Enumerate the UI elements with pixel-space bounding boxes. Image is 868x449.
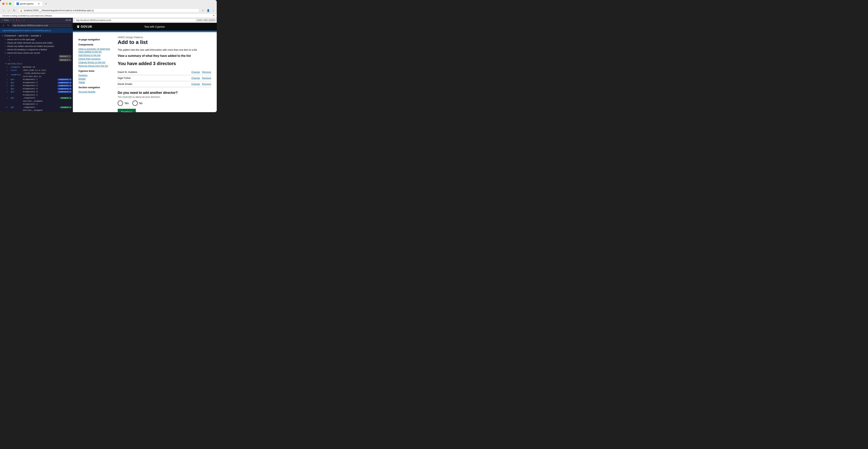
- command-row[interactable]: 10 get #component-2 .component-section__…: [0, 102, 73, 112]
- tests-back-button[interactable]: < Tests: [2, 19, 9, 22]
- browser-window: govuk-cypress ✕ + ‹ › ↻ 🔒 localhost:3000…: [0, 0, 217, 112]
- director-2-change-link[interactable]: Change: [191, 83, 200, 85]
- in-page-nav-heading: In-page navigation: [79, 38, 112, 41]
- preview-panel: http://localhost:3000/hmrc/add-to-a-list…: [73, 18, 217, 112]
- test-item[interactable]: ✓ checks all visible elements are presen…: [0, 41, 73, 44]
- command-row[interactable]: 3 readFile ./node_modules/axe-core/axe.m…: [0, 72, 73, 78]
- cmd-badge: component-1: [47, 78, 73, 81]
- cmd-badge: example-1: [47, 93, 73, 103]
- toolbar-icons: ☆ 👤 ⋮: [201, 9, 215, 12]
- sidebar-link-summary[interactable]: View a summary of what they have added t…: [79, 48, 112, 53]
- cypress-url-bar[interactable]: http://localhost:3000/hmrc/add-to-a-list: [11, 24, 71, 27]
- back-button[interactable]: ‹: [1, 8, 6, 13]
- cypress-url-text: http://localhost:3000/hmrc/add-to-a-list: [13, 24, 48, 27]
- command-row[interactable]: 11 get #component-3 .component-section__…: [0, 112, 73, 112]
- close-button[interactable]: [2, 3, 4, 5]
- command-row[interactable]: 8 get #component-5 component-5: [0, 90, 73, 93]
- test-label: checks we're on the right page: [7, 38, 35, 40]
- attempt-2-label: Attempt 2: [60, 59, 68, 61]
- directors-table: David St. Hubbins Change Remove Nigel Tu…: [118, 69, 211, 87]
- line-num: 1: [0, 66, 9, 69]
- command-row[interactable]: 9 get #component-1 .component-section__e…: [0, 93, 73, 103]
- sidebar-link-tablet[interactable]: Tablet: [79, 81, 112, 84]
- suite-header[interactable]: ▾ Component :: add-to-list :: example 1: [0, 34, 73, 38]
- director-actions: Change Remove: [162, 69, 211, 75]
- test-label: checks any hidden elements are hidden bu…: [7, 45, 54, 47]
- sidebar-link-change[interactable]: Change things on the list: [79, 61, 112, 64]
- radio-yes-label: Yes: [124, 102, 129, 105]
- profile-icon[interactable]: 👤: [206, 9, 210, 12]
- suite-arrow-icon: ▾: [2, 35, 3, 37]
- continue-button[interactable]: Continue: [118, 109, 136, 112]
- cmd-name: get: [9, 90, 22, 93]
- radio-no-item[interactable]: No: [132, 100, 143, 106]
- fail-count: ✗ 1: [16, 19, 20, 22]
- sidebar-link-account-header[interactable]: Account header: [79, 90, 112, 93]
- radio-yes-item[interactable]: Yes: [118, 100, 129, 106]
- browser-tab[interactable]: govuk-cypress ✕: [14, 1, 42, 6]
- menu-icon[interactable]: ⋮: [212, 9, 215, 12]
- command-row[interactable]: 2 visit /hmrc/add-to-a-list: [0, 69, 73, 72]
- tab-close-icon[interactable]: ✕: [38, 2, 40, 5]
- command-row[interactable]: 5 get #component-2 component-2: [0, 81, 73, 84]
- test-item[interactable]: ✓ checks any hidden elements are hidden …: [0, 44, 73, 48]
- sidebar-link-remove[interactable]: Remove things from the list: [79, 64, 112, 67]
- banner-close-icon[interactable]: ✕: [213, 14, 215, 17]
- sidebar-link-check[interactable]: Check their answers: [79, 57, 112, 60]
- cmd-args: #component-5: [22, 90, 47, 93]
- director-0-change-link[interactable]: Change: [191, 71, 200, 73]
- command-row[interactable]: 1 viewport macbook-15: [0, 66, 73, 69]
- cmd-args: macbook-15: [22, 66, 47, 69]
- cmd-badge: [47, 72, 73, 78]
- suite-title: Component :: add-to-list :: example 1: [4, 34, 41, 37]
- alert-icon[interactable]: ⚠: [1, 24, 5, 27]
- test-item[interactable]: ✓ checks we're on the right page: [0, 38, 73, 41]
- cmd-badge: example-2: [47, 102, 73, 112]
- preview-url-bar[interactable]: http://localhost:3000/hmrc/add-to-a-list: [74, 19, 196, 22]
- test-item[interactable]: ✓ checks the heading is a legend for a f…: [0, 48, 73, 51]
- cmd-args: ./node_modules/axe-core/axe.min.js: [22, 72, 47, 78]
- cmd-name: visit: [9, 69, 22, 72]
- director-1-remove-link[interactable]: Remove: [202, 77, 211, 80]
- sidebar-link-desktop[interactable]: Desktop: [79, 74, 112, 77]
- line-num: 4: [0, 78, 9, 81]
- director-1-change-link[interactable]: Change: [191, 77, 200, 80]
- new-tab-button[interactable]: +: [44, 1, 48, 6]
- reload-button[interactable]: ↻: [12, 8, 17, 13]
- attempt-2-badge[interactable]: Attempt 2 ✕: [59, 59, 71, 61]
- section-nav-heading: Section navigation: [79, 86, 112, 89]
- cypress-tests-heading: Cypress tests: [79, 69, 112, 72]
- govuk-header: ♛ GOV.UK Test with Cypress: [73, 23, 217, 31]
- sidebar-link-mobile[interactable]: Mobile: [79, 78, 112, 80]
- cypress-reload-icon[interactable]: ↻: [6, 24, 10, 27]
- cmd-args: #component-1: [22, 78, 47, 81]
- command-row[interactable]: 7 get #component-4 component-4: [0, 87, 73, 90]
- sidebar-link-add[interactable]: Add things to the list: [79, 54, 112, 57]
- cmd-name: get: [9, 93, 22, 103]
- test-item[interactable]: ✗ checks the focus colours are correct: [0, 51, 73, 55]
- govuk-logo: ♛ GOV.UK: [76, 25, 92, 29]
- preview-content: ♛ GOV.UK Test with Cypress In-page navig…: [73, 23, 217, 112]
- forward-button[interactable]: ›: [7, 8, 11, 13]
- test-label: checks the focus colours are correct: [7, 52, 40, 54]
- bookmark-icon[interactable]: ☆: [201, 9, 205, 12]
- cmd-name: get: [9, 78, 22, 81]
- command-row[interactable]: 4 get #component-1 component-1: [0, 78, 73, 81]
- govuk-question: Do you need to add another director?: [118, 91, 211, 95]
- attempt-1-badge[interactable]: Attempt 1 ✕: [59, 55, 71, 58]
- attempt-2-close-icon: ✕: [68, 59, 70, 61]
- address-bar[interactable]: 🔒 localhost:3000/__/#/tests/integration/…: [18, 8, 199, 12]
- line-num: 11: [0, 112, 9, 112]
- govuk-logo-text: GOV.UK: [81, 25, 92, 28]
- components-heading: Components: [79, 43, 112, 46]
- command-row[interactable]: 6 get #component-3 component-3: [0, 84, 73, 87]
- director-2-remove-link[interactable]: Remove: [202, 83, 211, 85]
- attempt-row: Attempt 2 ✕: [0, 58, 73, 62]
- govuk-section-heading: View a summary of what they have added t…: [118, 54, 211, 59]
- cmd-args: #component-2 .component-section__example: [22, 102, 47, 112]
- govuk-main: HMRC Design Patterns Add to a list This …: [118, 36, 211, 112]
- maximize-button[interactable]: [9, 3, 11, 5]
- tab-favicon: [17, 2, 19, 5]
- minimize-button[interactable]: [6, 3, 8, 5]
- director-0-remove-link[interactable]: Remove: [202, 71, 211, 73]
